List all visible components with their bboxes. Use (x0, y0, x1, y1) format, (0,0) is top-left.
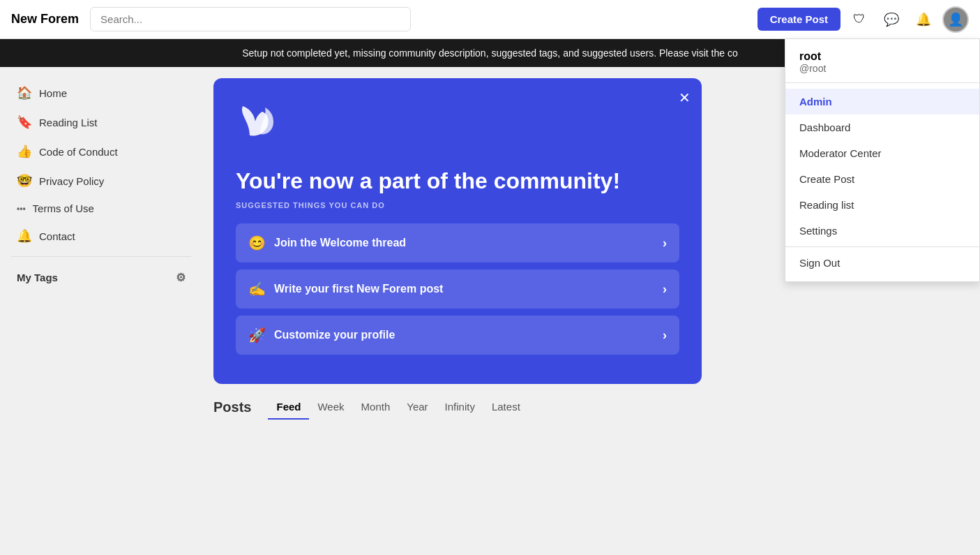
posts-section: Posts Feed Week Month Year Infinity Late… (213, 395, 702, 420)
my-tags-section: My Tags ⚙ (0, 262, 202, 290)
welcome-action-post[interactable]: ✍️ Write your first New Forem post › (236, 269, 679, 309)
welcome-action-post-label: Write your first New Forem post (274, 283, 443, 295)
site-logo: New Forem (11, 12, 79, 27)
header-actions: Create Post 🛡 💬 🔔 👤 (757, 6, 969, 33)
privacy-policy-icon: 🤓 (17, 173, 32, 188)
terms-icon: ••• (17, 204, 26, 214)
welcome-card: ✕ You're now a part of the community! SU… (213, 78, 702, 384)
sidebar-item-reading-list[interactable]: 🔖 Reading List (0, 108, 202, 137)
sidebar-item-label: Reading List (39, 117, 97, 128)
welcome-action-thread-label: Join the Welcome thread (274, 237, 406, 249)
search-input[interactable] (90, 7, 411, 31)
my-tags-label: My Tags (17, 272, 58, 283)
dropdown-item-sign-out[interactable]: Sign Out (785, 250, 979, 276)
welcome-title: You're now a part of the community! (236, 168, 679, 194)
tab-feed[interactable]: Feed (268, 395, 309, 420)
sidebar: 🏠 Home 🔖 Reading List 👍 Code of Conduct … (0, 67, 202, 554)
sidebar-item-label: Code of Conduct (39, 146, 118, 158)
chevron-right-icon: › (663, 328, 667, 343)
tab-week[interactable]: Week (309, 395, 352, 420)
posts-header: Posts Feed Week Month Year Infinity Late… (213, 395, 702, 420)
chat-icon-button[interactable]: 💬 (878, 6, 905, 33)
create-post-button[interactable]: Create Post (757, 8, 840, 31)
sidebar-item-terms-of-use[interactable]: ••• Terms of Use (0, 195, 202, 221)
dropdown-item-moderator-center[interactable]: Moderator Center (785, 140, 979, 166)
close-icon: ✕ (679, 90, 691, 105)
shield-icon-button[interactable]: 🛡 (846, 6, 873, 33)
customize-profile-emoji: 🚀 (248, 327, 266, 343)
contact-icon: 🔔 (17, 228, 32, 244)
close-button[interactable]: ✕ (679, 89, 691, 106)
dropdown-divider (785, 246, 979, 247)
write-post-emoji: ✍️ (248, 281, 266, 297)
welcome-action-profile-label: Customize your profile (274, 329, 395, 341)
sidebar-item-privacy-policy[interactable]: 🤓 Privacy Policy (0, 166, 202, 195)
dropdown-handle: @root (799, 63, 965, 74)
sidebar-item-contact[interactable]: 🔔 Contact (0, 221, 202, 251)
dropdown-user-section: root @root (785, 39, 979, 83)
sidebar-divider (11, 256, 191, 257)
chat-icon: 💬 (884, 12, 899, 27)
tab-infinity[interactable]: Infinity (437, 395, 483, 420)
sidebar-item-label: Terms of Use (33, 202, 94, 214)
user-dropdown-menu: root @root Admin Dashboard Moderator Cen… (785, 39, 980, 282)
reading-list-icon: 🔖 (17, 114, 32, 130)
bell-icon: 🔔 (916, 12, 931, 27)
tab-latest[interactable]: Latest (483, 395, 529, 420)
avatar-image: 👤 (948, 12, 963, 27)
bell-icon-button[interactable]: 🔔 (910, 6, 937, 33)
welcome-thread-emoji: 😊 (248, 235, 266, 251)
dropdown-items: Admin Dashboard Moderator Center Create … (785, 83, 979, 281)
posts-title: Posts (213, 399, 251, 415)
gear-icon[interactable]: ⚙ (176, 271, 186, 284)
posts-tabs: Feed Week Month Year Infinity Latest (268, 395, 528, 420)
welcome-action-profile[interactable]: 🚀 Customize your profile › (236, 316, 679, 355)
welcome-subtitle: SUGGESTED THINGS YOU CAN DO (236, 201, 679, 209)
leaf-svg (236, 101, 278, 142)
chevron-right-icon: › (663, 236, 667, 251)
dropdown-item-admin[interactable]: Admin (785, 89, 979, 114)
sidebar-item-label: Privacy Policy (39, 175, 104, 187)
welcome-action-thread[interactable]: 😊 Join the Welcome thread › (236, 223, 679, 262)
sidebar-item-label: Contact (39, 230, 75, 242)
sidebar-item-code-of-conduct[interactable]: 👍 Code of Conduct (0, 137, 202, 166)
dropdown-username: root (799, 50, 965, 63)
tab-year[interactable]: Year (398, 395, 436, 420)
dropdown-item-reading-list[interactable]: Reading list (785, 192, 979, 218)
home-icon: 🏠 (17, 85, 32, 101)
dropdown-item-create-post[interactable]: Create Post (785, 166, 979, 192)
sidebar-item-home[interactable]: 🏠 Home (0, 78, 202, 108)
chevron-right-icon: › (663, 282, 667, 297)
welcome-logo (236, 101, 679, 156)
sidebar-item-label: Home (39, 87, 67, 99)
dropdown-item-settings[interactable]: Settings (785, 218, 979, 244)
banner-text: Setup not completed yet, missing communi… (242, 47, 738, 59)
header: New Forem Create Post 🛡 💬 🔔 👤 (0, 0, 980, 39)
shield-icon: 🛡 (853, 12, 866, 27)
dropdown-item-dashboard[interactable]: Dashboard (785, 114, 979, 140)
tab-month[interactable]: Month (353, 395, 399, 420)
avatar-button[interactable]: 👤 (942, 6, 969, 33)
code-of-conduct-icon: 👍 (17, 144, 32, 159)
